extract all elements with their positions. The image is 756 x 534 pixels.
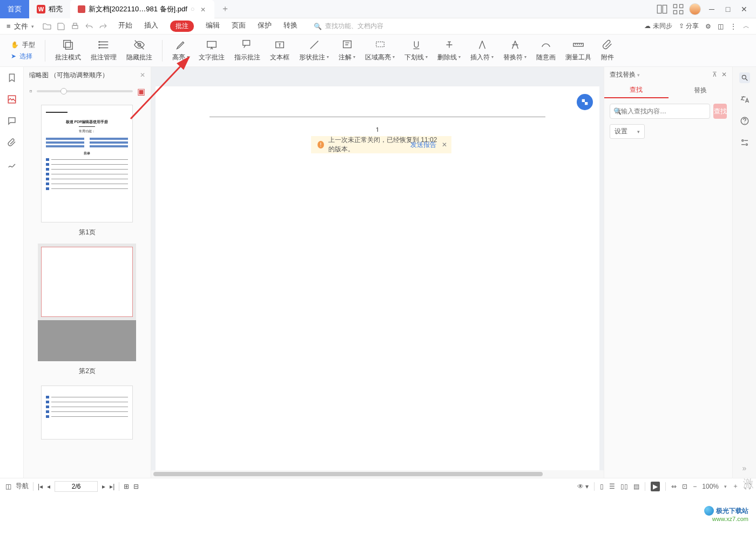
menu-file[interactable]: ≡ 文件 ▾	[6, 22, 34, 31]
find-input[interactable]	[610, 104, 710, 119]
continuous-icon[interactable]: ☰	[609, 483, 615, 490]
open-icon[interactable]	[43, 22, 51, 31]
remove-page-icon[interactable]: ⊟	[133, 483, 139, 490]
caret-button[interactable]: 插入符▾	[470, 39, 494, 62]
freehand-button[interactable]: 随意画	[536, 39, 556, 62]
close-window-button[interactable]: ✕	[739, 4, 750, 15]
translate-rail-icon[interactable]	[739, 94, 750, 105]
add-page-icon[interactable]: ⊞	[124, 483, 129, 490]
menu-convert[interactable]: 转换	[284, 21, 298, 32]
select-tool[interactable]: ➤选择	[11, 52, 35, 61]
hand-tool[interactable]: ✋手型	[11, 40, 35, 50]
menu-annotate[interactable]: 批注	[170, 21, 194, 32]
signature-icon[interactable]	[6, 159, 17, 170]
zoom-out-thumb-icon[interactable]: ▫	[29, 86, 32, 96]
close-find-panel-icon[interactable]: ✕	[721, 71, 727, 78]
tab-home[interactable]: 首页	[0, 0, 29, 18]
settings-rail-icon[interactable]	[739, 137, 750, 148]
indicator-annotation-button[interactable]: 指示批注	[234, 39, 260, 62]
sync-status[interactable]: ☁ 未同步	[644, 22, 672, 31]
pin-icon[interactable]: ⊼	[712, 71, 717, 78]
presentation-icon[interactable]: ▶	[651, 482, 660, 491]
thumbnail-scroll[interactable]: 极速 PDF编辑器使用手册 常用功能： 目录 第1页	[24, 99, 151, 478]
book-icon[interactable]: ▤	[633, 483, 639, 490]
view-mode-icon[interactable]: 👁 ▾	[577, 483, 589, 490]
underline-button[interactable]: 下划线▾	[404, 39, 428, 62]
tab-shell[interactable]: W 稻壳	[29, 0, 70, 18]
single-page-icon[interactable]: ▯	[600, 483, 604, 490]
document-area[interactable]: ! 上一次未正常关闭，已经恢复到 11:02 的版本。 发送报告 ✕ 1	[151, 67, 604, 478]
hide-annotations-button[interactable]: 隐藏批注	[126, 39, 152, 62]
annotate-manage-button[interactable]: 批注管理	[91, 39, 117, 62]
share-button[interactable]: ⇪ 分享	[679, 22, 699, 31]
tab-find[interactable]: 查找	[604, 82, 669, 98]
floating-translate-button[interactable]	[577, 94, 593, 110]
menu-protect[interactable]: 保护	[258, 21, 272, 32]
redo-icon[interactable]	[99, 22, 107, 31]
strikethrough-button[interactable]: 删除线▾	[437, 39, 461, 62]
tab-replace[interactable]: 替换	[669, 82, 733, 98]
layout-toggle-icon[interactable]	[657, 4, 667, 15]
attachment-panel-icon[interactable]	[6, 137, 17, 148]
close-notice-icon[interactable]: ✕	[442, 141, 447, 148]
thumbnail-1[interactable]: 极速 PDF编辑器使用手册 常用功能： 目录 第1页	[41, 105, 133, 237]
nav-label[interactable]: 导航	[16, 482, 29, 491]
bookmark-icon[interactable]	[6, 72, 17, 83]
area-highlight-button[interactable]: 区域高亮▾	[365, 39, 395, 62]
find-rail-icon[interactable]	[739, 72, 750, 83]
save-icon[interactable]	[57, 22, 65, 31]
zoom-level[interactable]: 100%	[702, 483, 719, 490]
measure-button[interactable]: 测量工具	[565, 39, 591, 62]
attachment-button[interactable]: 附件	[601, 39, 614, 62]
thumbnail-3[interactable]	[41, 386, 133, 440]
thumb-size-slider[interactable]	[37, 90, 133, 92]
menu-start[interactable]: 开始	[118, 21, 132, 32]
close-icon[interactable]: ✕	[200, 6, 207, 12]
last-page-icon[interactable]: ▸|	[110, 483, 114, 490]
slider-knob[interactable]	[60, 88, 67, 94]
highlight-button[interactable]: 高亮▾	[172, 39, 189, 62]
comment-icon[interactable]	[6, 116, 17, 126]
more-icon[interactable]: ⋮	[730, 23, 737, 30]
thumbnail-2[interactable]: 第2页	[41, 247, 133, 376]
settings-icon[interactable]: ⚙	[705, 23, 711, 30]
collapse-rail-icon[interactable]: »	[742, 464, 747, 472]
apps-grid-icon[interactable]	[673, 4, 684, 15]
close-panel-icon[interactable]: ✕	[140, 71, 145, 79]
find-settings-dropdown[interactable]: 设置▾	[610, 124, 645, 139]
collapse-ribbon-icon[interactable]: ︿	[743, 22, 750, 31]
tab-document[interactable]: 新文档[2022110…981 备份].pdf ○ ✕	[70, 0, 214, 18]
send-report-link[interactable]: 发送报告	[410, 140, 436, 150]
horizontal-scrollbar[interactable]	[151, 470, 604, 478]
feature-search[interactable]: 🔍 查找功能、文档内容	[314, 22, 383, 31]
prev-page-icon[interactable]: ◂	[47, 483, 50, 490]
add-tab-button[interactable]: ＋	[214, 3, 236, 15]
zoom-in-thumb-icon[interactable]: ▣	[137, 86, 145, 97]
scrollbar-thumb[interactable]	[153, 472, 543, 476]
annotate-mode-button[interactable]: 批注模式	[55, 39, 81, 62]
textbox-button[interactable]: 文本框	[270, 39, 289, 62]
undo-icon[interactable]	[85, 22, 93, 31]
next-page-icon[interactable]: ▸	[102, 483, 105, 490]
note-button[interactable]: 注解▾	[339, 39, 355, 62]
first-page-icon[interactable]: |◂	[38, 483, 43, 490]
help-rail-icon[interactable]	[739, 116, 750, 126]
text-annotation-button[interactable]: 文字批注	[199, 39, 225, 62]
minimize-button[interactable]: ─	[706, 4, 717, 15]
user-avatar[interactable]	[689, 3, 701, 15]
window-split-icon[interactable]: ◫	[718, 23, 724, 30]
fit-page-icon[interactable]: ⊡	[682, 483, 687, 490]
replace-mark-button[interactable]: 替换符▾	[503, 39, 526, 62]
zoom-out-icon[interactable]: −	[693, 483, 697, 490]
shape-annotation-button[interactable]: 形状批注▾	[299, 39, 329, 62]
find-button[interactable]: 查找	[713, 104, 727, 119]
nav-toggle-icon[interactable]: ◫	[5, 483, 11, 490]
two-page-icon[interactable]: ▯▯	[620, 483, 628, 490]
page-input[interactable]	[55, 481, 98, 492]
menu-page[interactable]: 页面	[232, 21, 246, 32]
fit-width-icon[interactable]: ⇔	[671, 483, 677, 490]
menu-insert[interactable]: 插入	[144, 21, 158, 32]
zoom-in-icon[interactable]: ＋	[732, 482, 739, 491]
thumbnail-icon[interactable]	[6, 94, 17, 105]
maximize-button button[interactable]: □	[723, 4, 733, 15]
